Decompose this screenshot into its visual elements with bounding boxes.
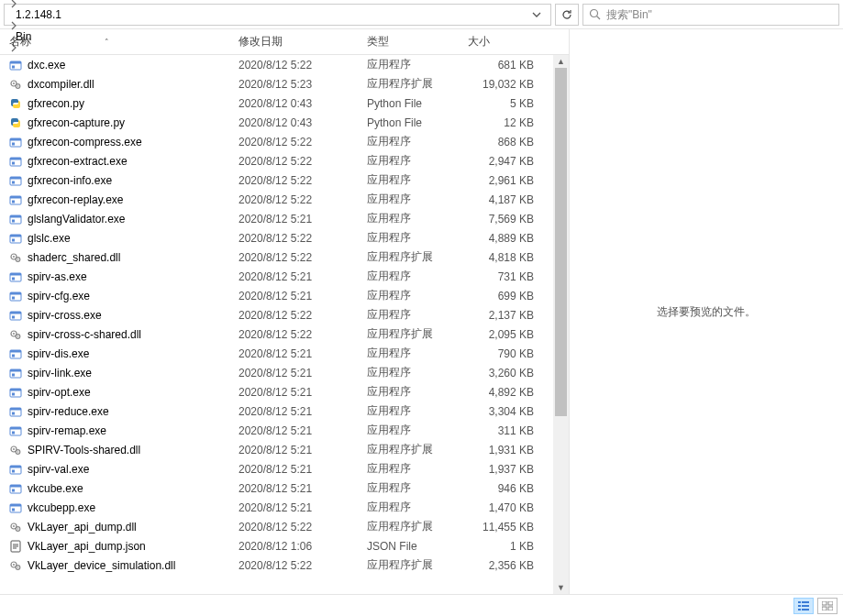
column-header-type[interactable]: 类型 <box>367 34 468 50</box>
file-size: 1,937 KB <box>468 463 541 476</box>
svg-rect-90 <box>828 607 833 610</box>
scrollbar-up-icon[interactable]: ▲ <box>553 55 569 68</box>
file-row[interactable]: spirv-remap.exe2020/8/12 5:21应用程序311 KB <box>0 421 569 440</box>
file-exe-icon <box>9 463 22 476</box>
file-size: 4,889 KB <box>468 232 541 245</box>
svg-rect-81 <box>798 601 801 603</box>
column-header-name[interactable]: 名称 ˄ <box>9 34 238 50</box>
view-details-button[interactable] <box>793 598 814 614</box>
file-date: 2020/8/12 5:21 <box>238 424 367 437</box>
file-name: spirv-remap.exe <box>28 424 106 437</box>
address-toolbar: Windows (C:)VulkanSDK1.2.148.1Bin <box>0 0 843 29</box>
file-exe-icon <box>9 193 22 206</box>
file-exe-icon <box>9 405 22 418</box>
file-row[interactable]: gfxrecon-info.exe2020/8/12 5:22应用程序2,961… <box>0 170 569 190</box>
file-row[interactable]: spirv-cfg.exe2020/8/12 5:21应用程序699 KB <box>0 286 569 305</box>
file-row[interactable]: glslangValidator.exe2020/8/12 5:21应用程序7,… <box>0 209 569 228</box>
file-exe-icon <box>9 386 22 399</box>
svg-rect-52 <box>12 392 15 395</box>
svg-point-78 <box>13 564 15 566</box>
column-header-date[interactable]: 修改日期 <box>238 34 367 50</box>
file-exe-icon <box>9 501 22 514</box>
svg-rect-87 <box>822 601 826 605</box>
file-row[interactable]: SPIRV-Tools-shared.dll2020/8/12 5:21应用程序… <box>0 440 569 459</box>
svg-rect-83 <box>798 605 801 607</box>
file-name: glslangValidator.exe <box>28 213 126 226</box>
refresh-button[interactable] <box>555 4 579 26</box>
file-exe-icon <box>9 270 22 283</box>
svg-rect-65 <box>12 469 15 472</box>
file-date: 2020/8/12 5:22 <box>238 521 367 534</box>
search-input[interactable] <box>606 8 833 21</box>
file-row[interactable]: VkLayer_api_dump.json2020/8/12 1:06JSON … <box>0 536 569 556</box>
file-size: 2,137 KB <box>468 309 541 322</box>
svg-rect-22 <box>10 215 21 218</box>
file-row[interactable]: spirv-cross-c-shared.dll2020/8/12 5:22应用… <box>0 324 569 344</box>
file-name: spirv-link.exe <box>28 367 92 380</box>
scrollbar-down-icon[interactable]: ▼ <box>553 581 569 594</box>
file-row[interactable]: vkcube.exe2020/8/12 5:21应用程序946 KB <box>0 478 569 498</box>
file-row[interactable]: vkcubepp.exe2020/8/12 5:21应用程序1,470 KB <box>0 498 569 517</box>
svg-rect-16 <box>10 177 21 180</box>
file-row[interactable]: spirv-opt.exe2020/8/12 5:21应用程序4,892 KB <box>0 382 569 402</box>
file-row[interactable]: gfxrecon-compress.exe2020/8/12 5:22应用程序8… <box>0 132 569 151</box>
file-type: 应用程序 <box>367 480 468 496</box>
svg-rect-45 <box>10 350 21 353</box>
file-date: 2020/8/12 5:22 <box>238 309 367 322</box>
file-type: JSON File <box>367 540 468 553</box>
column-header-size[interactable]: 大小 <box>468 34 541 50</box>
file-row[interactable]: VkLayer_api_dump.dll2020/8/12 5:22应用程序扩展… <box>0 517 569 536</box>
file-row[interactable]: spirv-val.exe2020/8/12 5:21应用程序1,937 KB <box>0 459 569 478</box>
svg-point-75 <box>17 528 19 530</box>
file-row[interactable]: gfxrecon-extract.exe2020/8/12 5:22应用程序2,… <box>0 151 569 170</box>
file-date: 2020/8/12 5:21 <box>238 405 367 418</box>
file-row[interactable]: spirv-reduce.exe2020/8/12 5:21应用程序3,304 … <box>0 402 569 421</box>
file-name: spirv-cfg.exe <box>28 290 90 302</box>
svg-rect-26 <box>12 238 15 241</box>
vertical-scrollbar[interactable]: ▲ ▼ <box>553 55 569 594</box>
file-type: Python File <box>367 116 468 129</box>
svg-point-41 <box>13 333 15 335</box>
file-row[interactable]: gfxrecon.py2020/8/12 0:43Python File5 KB <box>0 94 569 113</box>
file-date: 2020/8/12 5:22 <box>238 193 367 206</box>
svg-rect-82 <box>802 601 809 603</box>
file-row[interactable]: gfxrecon-replay.exe2020/8/12 5:22应用程序4,1… <box>0 190 569 209</box>
file-date: 2020/8/12 5:22 <box>238 174 367 187</box>
file-date: 2020/8/12 5:22 <box>238 559 367 572</box>
content-area: 名称 ˄ 修改日期 类型 大小 dxc.exe2020/8/12 5:22应用程… <box>0 29 843 594</box>
file-list-pane: 名称 ˄ 修改日期 类型 大小 dxc.exe2020/8/12 5:22应用程… <box>0 29 569 594</box>
file-type: 应用程序扩展 <box>367 76 468 92</box>
file-exe-icon <box>9 347 22 360</box>
file-name: VkLayer_device_simulation.dll <box>28 559 175 572</box>
file-size: 3,260 KB <box>468 367 541 380</box>
file-row[interactable]: shaderc_shared.dll2020/8/12 5:22应用程序扩展4,… <box>0 248 569 267</box>
file-size: 5 KB <box>468 97 541 110</box>
file-row[interactable]: spirv-link.exe2020/8/12 5:21应用程序3,260 KB <box>0 363 569 382</box>
svg-rect-68 <box>12 489 15 491</box>
file-row[interactable]: spirv-dis.exe2020/8/12 5:21应用程序790 KB <box>0 344 569 363</box>
search-box[interactable] <box>582 4 839 26</box>
breadcrumb[interactable]: Windows (C:)VulkanSDK1.2.148.1Bin <box>4 4 551 26</box>
file-date: 2020/8/12 5:21 <box>238 386 367 399</box>
file-row[interactable]: dxc.exe2020/8/12 5:22应用程序681 KB <box>0 55 569 74</box>
file-type: 应用程序扩展 <box>367 519 468 534</box>
file-row[interactable]: spirv-as.exe2020/8/12 5:21应用程序731 KB <box>0 267 569 286</box>
svg-rect-13 <box>10 158 21 160</box>
file-row[interactable]: VkLayer_device_simulation.dll2020/8/12 5… <box>0 556 569 575</box>
file-date: 2020/8/12 5:21 <box>238 347 367 360</box>
file-row[interactable]: spirv-cross.exe2020/8/12 5:22应用程序2,137 K… <box>0 305 569 324</box>
file-row[interactable]: dxcompiler.dll2020/8/12 5:23应用程序扩展19,032… <box>0 74 569 94</box>
file-size: 2,947 KB <box>468 155 541 168</box>
scrollbar-thumb[interactable] <box>555 68 567 416</box>
view-thumbnails-button[interactable] <box>817 598 837 614</box>
svg-point-60 <box>13 448 15 450</box>
file-row[interactable]: gfxrecon-capture.py2020/8/12 0:43Python … <box>0 113 569 132</box>
file-name: gfxrecon.py <box>28 97 84 110</box>
file-size: 7,569 KB <box>468 213 541 226</box>
breadcrumb-dropdown-icon[interactable] <box>528 10 545 19</box>
breadcrumb-item[interactable]: 1.2.148.1 <box>12 8 65 21</box>
file-row[interactable]: glslc.exe2020/8/12 5:22应用程序4,889 KB <box>0 228 569 248</box>
file-dll-icon <box>9 559 22 572</box>
file-exe-icon <box>9 155 22 168</box>
file-exe-icon <box>9 424 22 437</box>
